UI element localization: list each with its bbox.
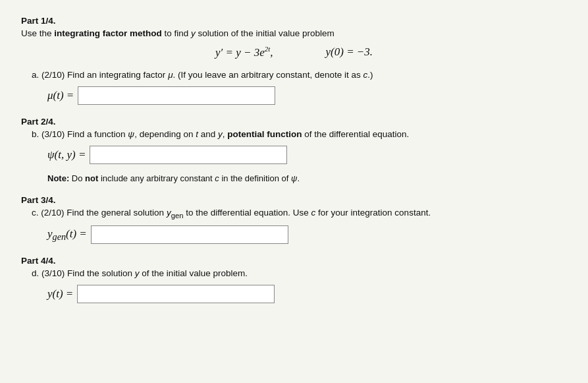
part4-input-row: y(t) = <box>47 285 567 303</box>
part3-input-label: ygen(t) = <box>47 227 87 243</box>
part1-answer-input[interactable] <box>78 86 275 105</box>
part2-note: Note: Do not include any arbitrary const… <box>47 173 567 183</box>
part3-header: Part 3/4. <box>21 195 567 205</box>
part4-header: Part 4/4. <box>21 256 567 266</box>
part3-input-row: ygen(t) = <box>47 225 567 244</box>
part1-intro: Use the integrating factor method to fin… <box>21 28 567 38</box>
part3-section: Part 3/4. c. (2/10) Find the general sol… <box>21 195 567 245</box>
part1-input-label: μ(t) = <box>47 89 74 102</box>
ode-equation: y′ = y − 3e2t, <box>215 45 273 59</box>
part4-input-label: y(t) = <box>47 287 73 301</box>
part4-subquestion: d. (3/10) Find the solution y of the ini… <box>32 268 567 278</box>
part1-input-row: μ(t) = <box>47 86 567 105</box>
part2-input-label: ψ(t, y) = <box>47 148 86 162</box>
part2-subquestion: b. (3/10) Find a function ψ, depending o… <box>32 129 567 139</box>
part3-subquestion: c. (2/10) Find the general solution ygen… <box>32 208 567 220</box>
part3-answer-input[interactable] <box>91 225 288 244</box>
part4-answer-input[interactable] <box>77 285 275 303</box>
part1-header: Part 1/4. <box>21 16 567 26</box>
initial-condition: y(0) = −3. <box>326 45 373 59</box>
part2-answer-input[interactable] <box>90 146 287 164</box>
part1-subquestion: a. (2/10) Find an integrating factor μ. … <box>32 70 567 80</box>
part1-section: Part 1/4. Use the integrating factor met… <box>21 16 567 105</box>
part2-header: Part 2/4. <box>21 117 567 127</box>
part2-section: Part 2/4. b. (3/10) Find a function ψ, d… <box>21 117 567 183</box>
part2-input-row: ψ(t, y) = <box>47 146 567 164</box>
part4-section: Part 4/4. d. (3/10) Find the solution y … <box>21 256 567 303</box>
main-equation-row: y′ = y − 3e2t, y(0) = −3. <box>21 45 567 59</box>
